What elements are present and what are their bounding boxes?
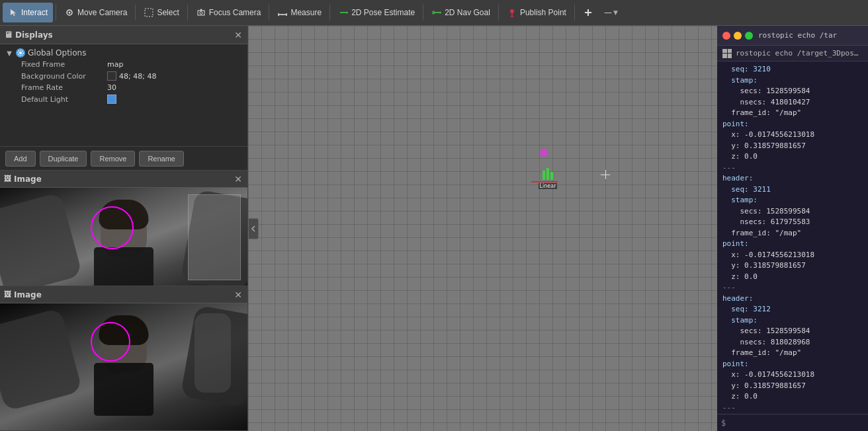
image-panel-2-icon: 🖼 [4, 290, 11, 299]
console-line: stamp: [717, 315, 868, 327]
move-camera-button[interactable]: Move Camera [59, 3, 132, 22]
console-line: seq: 3211 [717, 184, 868, 196]
move-camera-icon [64, 7, 75, 18]
right-panel: rostopic echo /tar rostopic echo /target… [717, 26, 868, 431]
map-area[interactable]: Linear [248, 26, 717, 431]
focus-camera-button[interactable]: Focus Camera [191, 3, 267, 22]
publish-icon [507, 7, 517, 18]
image-panel-1-header: 🖼 Image ✕ [0, 171, 247, 188]
plus-icon [583, 7, 593, 18]
toolbar: Interact Move Camera Select [0, 0, 868, 26]
dropdown-icon: ▼ [613, 9, 618, 16]
console-line: y: 0.318579881657 [717, 260, 868, 272]
collapse-left-button[interactable] [248, 218, 259, 239]
image-panel-1-close[interactable]: ✕ [233, 174, 243, 184]
frame-rate-value: 30 [107, 83, 116, 92]
robot-label: Linear [539, 183, 558, 189]
toolbar-separator-2 [135, 5, 136, 20]
console-line: z: 0.0 [717, 391, 868, 403]
image-panel-1-icon: 🖼 [4, 175, 11, 183]
displays-content: ▼ Global Options Fixed Frame map Back [0, 44, 247, 146]
traffic-lights [722, 32, 753, 40]
close-traffic-light[interactable] [722, 32, 730, 40]
frame-rate-row: Frame Rate 30 [0, 82, 247, 93]
toolbar-separator-7 [498, 5, 499, 20]
more-icon: — [604, 8, 612, 17]
select-button[interactable]: Select [138, 3, 184, 22]
console-line: nsecs: 418010427 [717, 97, 868, 108]
console-line: x: -0.0174556213018 [717, 370, 868, 381]
2d-nav-label: 2D Nav Goal [445, 8, 490, 17]
2d-nav-button[interactable]: 2D Nav Goal [426, 3, 496, 22]
right-panel-subheader: rostopic echo /target_3Dposition [717, 46, 868, 61]
background-color-value: 48; 48; 48 [107, 71, 156, 81]
displays-panel: 🖥 Displays ✕ ▼ Global Options [0, 26, 247, 171]
interact-button[interactable]: Interact [3, 3, 53, 22]
console-line: frame_id: "/map" [717, 228, 868, 239]
robot-bars [542, 168, 553, 180]
right-panel-header: rostopic echo /tar [717, 26, 868, 46]
console-line: --- [717, 403, 868, 414]
robot-bar-2 [546, 168, 549, 180]
image-panel-2-close[interactable]: ✕ [233, 290, 243, 300]
fixed-frame-row: Fixed Frame map [0, 59, 247, 70]
publish-point-label: Publish Point [520, 8, 566, 17]
select-label: Select [157, 8, 179, 17]
console-line: point: [717, 359, 868, 370]
console-line: header: [717, 173, 868, 184]
image-panel-2-title: Image [14, 290, 42, 299]
cursor-icon [8, 7, 19, 18]
global-options-label: Global Options [28, 48, 86, 58]
measure-label: Measure [290, 8, 322, 17]
minimize-traffic-light[interactable] [734, 32, 742, 40]
image-panel-1: 🖼 Image ✕ [0, 171, 247, 286]
rename-button[interactable]: Rename [139, 151, 184, 167]
move-camera-label: Move Camera [77, 8, 127, 17]
console-line: point: [717, 239, 868, 250]
console-line: --- [717, 163, 868, 174]
right-panel-title: rostopic echo /tar [758, 31, 837, 40]
background-color-label: Background Color [21, 72, 107, 81]
robot-bar-3 [550, 172, 553, 180]
left-panel: 🖥 Displays ✕ ▼ Global Options [0, 26, 248, 431]
console-line: y: 0.318579881657 [717, 381, 868, 392]
console-line: z: 0.0 [717, 272, 868, 283]
remove-button[interactable]: Remove [91, 151, 135, 167]
displays-buttons: Add Duplicate Remove Rename [0, 146, 247, 170]
interact-label: Interact [21, 8, 48, 17]
displays-close-button[interactable]: ✕ [233, 30, 243, 40]
toolbar-more-button[interactable]: — ▼ [600, 5, 622, 20]
displays-title: Displays [15, 30, 53, 40]
image-panel-1-title: Image [14, 175, 42, 184]
console-line: seq: 3210 [717, 64, 868, 75]
publish-point-button[interactable]: Publish Point [501, 3, 572, 22]
duplicate-button[interactable]: Duplicate [40, 151, 87, 167]
measure-icon [277, 7, 288, 18]
console-line: secs: 1528599584 [717, 206, 868, 217]
console-line: point: [717, 119, 868, 130]
default-light-label: Default Light [21, 95, 107, 104]
add-button[interactable]: Add [5, 151, 36, 167]
svg-point-15 [510, 9, 514, 13]
console-output: seq: 3210 stamp: secs: 1528599584 nsecs:… [717, 61, 868, 414]
default-light-value [107, 95, 116, 104]
measure-button[interactable]: Measure [272, 3, 327, 22]
add-tool-button[interactable] [578, 3, 599, 22]
global-options-item[interactable]: ▼ Global Options [0, 47, 247, 59]
gear-icon [16, 48, 25, 58]
map-cursor [601, 170, 610, 179]
panel-monitor-icon: 🖥 [4, 30, 13, 40]
color-swatch [107, 71, 116, 81]
frame-rate-label: Frame Rate [21, 83, 107, 92]
2d-pose-button[interactable]: 2D Pose Estimate [333, 3, 420, 22]
background-color-text: 48; 48; 48 [119, 72, 156, 81]
map-published-point [540, 149, 548, 157]
displays-header: 🖥 Displays ✕ [0, 26, 247, 44]
robot-marker: Linear [531, 168, 564, 189]
console-line: y: 0.318579881657 [717, 141, 868, 152]
2d-pose-label: 2D Pose Estimate [351, 8, 415, 17]
maximize-traffic-light[interactable] [745, 32, 753, 40]
console-line: frame_id: "/map" [717, 348, 868, 359]
fixed-frame-value: map [107, 60, 123, 69]
grid-icon [722, 49, 732, 58]
